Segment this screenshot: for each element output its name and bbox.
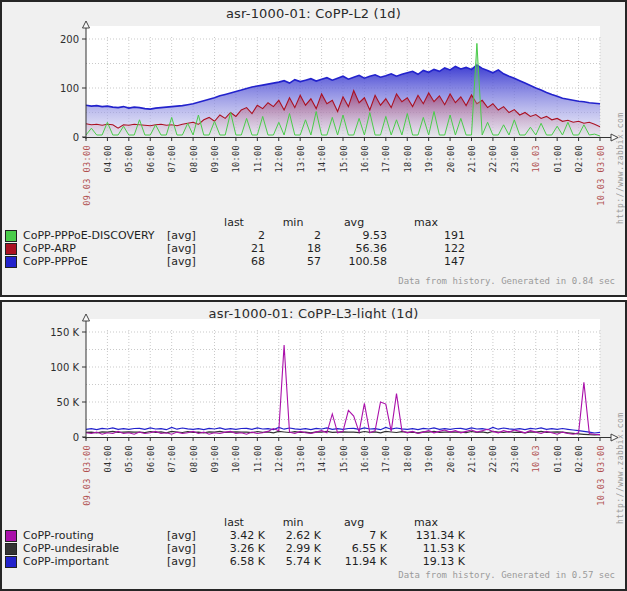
legend-series-func: [avg] (167, 555, 203, 568)
x-tick-label: 11:00 (253, 145, 263, 173)
legend-header-spacer (5, 516, 23, 529)
x-tick-label: 13:00 (296, 145, 306, 173)
legend: lastminavgmaxCoPP-routing[avg]3.42 K2.62… (5, 516, 465, 568)
x-tick-label: 08:00 (189, 445, 199, 473)
x-tick-label: 08:00 (189, 145, 199, 173)
x-tick-label: 23:00 (510, 445, 520, 473)
legend-swatch-cell (5, 542, 23, 555)
legend-value-avg: 9.53 (321, 229, 387, 242)
legend-value-max: 19.13 K (387, 555, 465, 568)
legend-swatch-cell (5, 242, 23, 255)
legend-swatch-cell (5, 529, 23, 542)
zabbix-graphs-page: asr-1000-01: CoPP-L2 (1d) 200100009.03 0… (0, 0, 627, 591)
x-tick-label: 19:00 (424, 145, 434, 173)
y-axis-arrow-icon (83, 314, 90, 321)
legend-value-max: 191 (387, 229, 465, 242)
legend-series-label: CoPP-undesirable (23, 542, 167, 555)
legend-column-header: avg (321, 516, 387, 529)
legend-value-last: 6.58 K (203, 555, 265, 568)
graph-panel-copp-l2: asr-1000-01: CoPP-L2 (1d) 200100009.03 0… (0, 0, 627, 297)
x-tick-label: 14:00 (317, 145, 327, 173)
watermark-url: http://www.zabbix.com (616, 354, 625, 524)
graph-panel-copp-l3-light: asr-1000-01: CoPP-L3-light (1d) 150 K100… (0, 300, 627, 591)
legend-value-last: 2 (203, 229, 265, 242)
legend-value-avg: 7 K (321, 529, 387, 542)
legend-value-max: 131.34 K (387, 529, 465, 542)
x-tick-label: 09:00 (210, 445, 220, 473)
x-tick-label: 12:00 (274, 445, 284, 473)
legend-swatch-cell (5, 555, 23, 568)
x-tick-label: 07:00 (167, 445, 177, 473)
x-tick-label: 18:00 (403, 145, 413, 173)
legend-column-header: min (265, 516, 321, 529)
legend-color-swatch (5, 543, 17, 555)
x-tick-label: 14:00 (317, 445, 327, 473)
legend-value-max: 11.53 K (387, 542, 465, 555)
x-tick-label: 05:00 (124, 445, 134, 473)
legend-column-header: max (387, 216, 465, 229)
x-tick-label: 02:00 (574, 445, 584, 473)
y-tick-label: 0 (73, 132, 79, 143)
legend-value-last: 3.26 K (203, 542, 265, 555)
legend-value-min: 57 (265, 255, 321, 268)
legend-color-swatch (5, 256, 17, 268)
legend-swatch-cell (5, 229, 23, 242)
legend-column-header: avg (321, 216, 387, 229)
legend-column-header: last (203, 216, 265, 229)
x-tick-label-date: 10.03 (531, 445, 541, 473)
legend-column-header: max (387, 516, 465, 529)
x-tick-label: 10:00 (231, 145, 241, 173)
legend-series-label: CoPP-PPPoE-DISCOVERY (23, 229, 167, 242)
x-tick-label: 06:00 (146, 145, 156, 173)
legend-swatch-cell (5, 255, 23, 268)
legend-series-func: [avg] (167, 229, 203, 242)
legend: lastminavgmaxCoPP-PPPoE-DISCOVERY[avg]22… (5, 216, 465, 268)
legend-series-label: CoPP-PPPoE (23, 255, 167, 268)
x-tick-label-date: 10.03 03:00 (596, 445, 606, 506)
x-tick-label: 22:00 (488, 445, 498, 473)
x-tick-label: 01:00 (553, 445, 563, 473)
x-tick-label: 17:00 (381, 445, 391, 473)
legend-value-max: 122 (387, 242, 465, 255)
legend-series-func: [avg] (167, 542, 203, 555)
legend-header-spacer (23, 516, 167, 529)
x-tick-label: 21:00 (467, 145, 477, 173)
x-tick-label: 06:00 (146, 445, 156, 473)
x-tick-label-date: 09.03 03:00 (82, 445, 92, 506)
x-tick-label-date: 09.03 03:00 (82, 145, 92, 206)
x-tick-label: 10:00 (231, 445, 241, 473)
legend-value-last: 3.42 K (203, 529, 265, 542)
legend-series-label: CoPP-important (23, 555, 167, 568)
x-tick-label-date: 10.03 (531, 145, 541, 173)
legend-series-func: [avg] (167, 242, 203, 255)
footer-note: Data from history. Generated in 0.57 sec (398, 570, 615, 580)
footer-note: Data from history. Generated in 0.84 sec (398, 276, 615, 286)
x-tick-label: 13:00 (296, 445, 306, 473)
x-tick-label: 20:00 (446, 445, 456, 473)
x-tick-label: 22:00 (488, 145, 498, 173)
watermark-url: http://www.zabbix.com (616, 54, 625, 224)
x-tick-label: 18:00 (403, 445, 413, 473)
legend-series-func: [avg] (167, 255, 203, 268)
x-tick-label: 21:00 (467, 445, 477, 473)
y-tick-label: 50 K (57, 397, 80, 408)
x-tick-label: 16:00 (360, 145, 370, 173)
legend-header-spacer (167, 516, 203, 529)
x-tick-label: 04:00 (103, 445, 113, 473)
x-tick-label: 01:00 (553, 145, 563, 173)
x-tick-label: 02:00 (574, 145, 584, 173)
y-tick-label: 200 (60, 34, 79, 45)
legend-value-avg: 100.58 (321, 255, 387, 268)
legend-value-avg: 6.55 K (321, 542, 387, 555)
x-tick-label: 07:00 (167, 145, 177, 173)
y-tick-label: 100 K (50, 362, 79, 373)
legend-series-func: [avg] (167, 529, 203, 542)
x-tick-label: 12:00 (274, 145, 284, 173)
legend-value-avg: 11.94 K (321, 555, 387, 568)
x-tick-label: 04:00 (103, 145, 113, 173)
x-tick-label: 09:00 (210, 145, 220, 173)
y-axis-arrow-icon (83, 21, 90, 28)
legend-value-last: 21 (203, 242, 265, 255)
legend-series-label: CoPP-routing (23, 529, 167, 542)
legend-value-last: 68 (203, 255, 265, 268)
